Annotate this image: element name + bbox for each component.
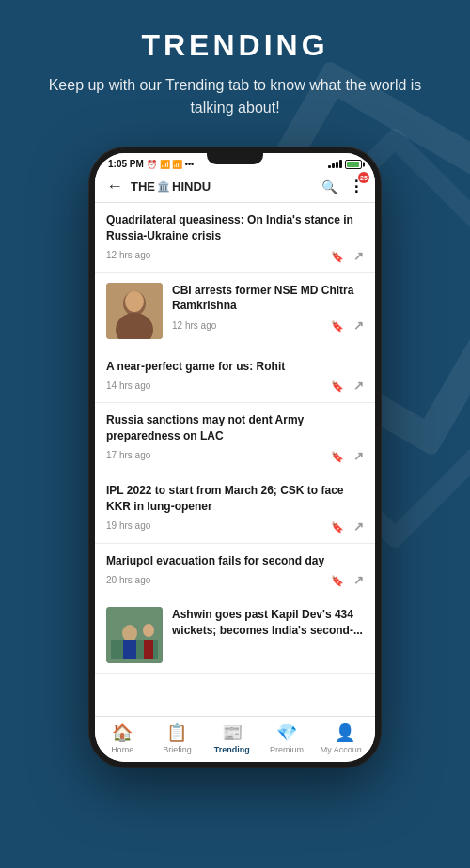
badge-count: 25: [358, 172, 369, 183]
bookmark-icon-2[interactable]: [331, 318, 344, 333]
bookmark-icon-4[interactable]: [331, 448, 344, 463]
news-actions-3: [331, 378, 364, 393]
news-meta-6: 20 hrs ago: [106, 572, 364, 587]
news-actions-5: [331, 519, 364, 534]
bookmark-icon-5[interactable]: [331, 519, 344, 534]
nav-label-trending: Trending: [214, 745, 250, 754]
premium-icon: 💎: [276, 722, 297, 743]
news-actions-4: [331, 448, 364, 463]
nav-label-briefing: Briefing: [163, 745, 192, 754]
phone-body: 1:05 PM ⏰ 📶 📶 •••: [89, 147, 381, 767]
headline-5: IPL 2022 to start from March 26; CSK to …: [106, 483, 364, 515]
phone-notch: [207, 153, 263, 164]
headline-6: Mariupol evacuation fails for second day: [106, 553, 364, 569]
nav-item-home[interactable]: 🏠 Home: [102, 722, 144, 754]
search-icon[interactable]: [321, 178, 337, 195]
news-item-1[interactable]: Quadrilateral queasiness: On India's sta…: [95, 203, 375, 273]
bookmark-icon-3[interactable]: [331, 378, 344, 393]
news-content-7: Ashwin goes past Kapil Dev's 434 wickets…: [172, 607, 364, 643]
logo-emblem: 🏛️: [157, 180, 170, 193]
news-actions-6: [331, 572, 364, 587]
news-feed[interactable]: Quadrilateral queasiness: On India's sta…: [95, 203, 375, 716]
news-meta-4: 17 hrs ago: [106, 448, 364, 463]
nav-item-myaccount[interactable]: 👤 My Accoun...: [321, 722, 369, 754]
share-icon-6[interactable]: [353, 572, 364, 587]
news-actions-1: [331, 248, 364, 263]
news-time-2: 12 hrs ago: [172, 320, 216, 331]
headline-7: Ashwin goes past Kapil Dev's 434 wickets…: [172, 607, 364, 639]
status-time: 1:05 PM: [108, 159, 144, 169]
app-header: ← THE 🏛️ HINDU 25: [95, 171, 375, 203]
news-meta-2: 12 hrs ago: [172, 318, 364, 333]
page-container: TRENDING Keep up with our Trending tab t…: [0, 0, 470, 868]
status-left: 1:05 PM ⏰ 📶 📶 •••: [108, 159, 194, 169]
nav-item-briefing[interactable]: 📋 Briefing: [156, 722, 198, 754]
news-time-1: 12 hrs ago: [106, 250, 150, 260]
signal-bars: [328, 160, 342, 168]
share-icon-5[interactable]: [353, 519, 364, 534]
news-actions-2: [331, 318, 364, 333]
news-time-3: 14 hrs ago: [106, 380, 150, 391]
news-meta-5: 19 hrs ago: [106, 519, 364, 534]
news-meta-3: 14 hrs ago: [106, 378, 364, 393]
news-item-2[interactable]: CBI arrests former NSE MD Chitra Ramkris…: [95, 273, 375, 349]
svg-point-8: [143, 624, 154, 637]
bookmark-icon-6[interactable]: [331, 572, 344, 587]
news-item-row-2: CBI arrests former NSE MD Chitra Ramkris…: [106, 283, 364, 339]
svg-point-3: [125, 291, 144, 312]
battery-fill: [347, 162, 359, 167]
battery-icon: [345, 160, 362, 169]
page-subtitle: Keep up with our Trending tab to know wh…: [28, 74, 442, 119]
logo-hindu-text: HINDU: [172, 179, 211, 194]
news-meta-1: 12 hrs ago: [106, 248, 364, 263]
headline-2: CBI arrests former NSE MD Chitra Ramkris…: [172, 283, 364, 315]
share-icon-1[interactable]: [353, 248, 364, 263]
status-right: [328, 160, 362, 169]
share-icon-2[interactable]: [353, 318, 364, 333]
headline-4: Russia sanctions may not dent Army prepa…: [106, 412, 364, 444]
share-icon-3[interactable]: [353, 378, 364, 393]
home-icon: 🏠: [112, 722, 133, 743]
nav-item-premium[interactable]: 💎 Premium: [265, 722, 307, 754]
share-icon-4[interactable]: [353, 448, 364, 463]
header-section: TRENDING Keep up with our Trending tab t…: [0, 0, 470, 138]
phone-mockup: 1:05 PM ⏰ 📶 📶 •••: [89, 147, 381, 767]
notification-badge[interactable]: 25: [349, 178, 364, 195]
nav-label-premium: Premium: [270, 745, 304, 754]
svg-rect-7: [123, 640, 136, 659]
news-item-6[interactable]: Mariupol evacuation fails for second day…: [95, 544, 375, 598]
news-thumbnail-7: [106, 607, 163, 663]
news-item-row-7: Ashwin goes past Kapil Dev's 434 wickets…: [106, 607, 364, 663]
briefing-icon: 📋: [166, 722, 187, 743]
news-item-4[interactable]: Russia sanctions may not dent Army prepa…: [95, 403, 375, 473]
nav-item-trending[interactable]: 📰 Trending: [211, 722, 253, 754]
news-time-6: 20 hrs ago: [106, 575, 150, 585]
news-content-2: CBI arrests former NSE MD Chitra Ramkris…: [172, 283, 364, 333]
svg-rect-9: [144, 640, 153, 659]
back-button[interactable]: ←: [106, 177, 123, 196]
signal-bar-2: [332, 163, 335, 168]
news-item-3[interactable]: A near-perfect game for us: Rohit 14 hrs…: [95, 349, 375, 404]
logo-the-text: THE: [131, 179, 155, 194]
signal-bar-1: [328, 165, 331, 168]
news-time-5: 19 hrs ago: [106, 520, 150, 531]
signal-bar-3: [336, 162, 338, 168]
news-thumbnail-2: [106, 283, 163, 339]
svg-point-6: [122, 625, 137, 642]
headline-1: Quadrilateral queasiness: On India's sta…: [106, 212, 364, 244]
header-icons: 25: [321, 178, 364, 195]
phone-screen: 1:05 PM ⏰ 📶 📶 •••: [95, 153, 375, 762]
news-time-4: 17 hrs ago: [106, 450, 150, 460]
news-item-7[interactable]: Ashwin goes past Kapil Dev's 434 wickets…: [95, 597, 375, 674]
alarm-icon: ⏰: [147, 160, 157, 169]
trending-icon: 📰: [222, 722, 243, 743]
bottom-nav: 🏠 Home 📋 Briefing 📰 Trending 💎 Premium: [95, 716, 375, 762]
bookmark-icon-1[interactable]: [331, 248, 344, 263]
page-title: TRENDING: [28, 28, 442, 63]
signal-bar-4: [339, 160, 342, 168]
app-logo: THE 🏛️ HINDU: [131, 179, 314, 194]
news-item-5[interactable]: IPL 2022 to start from March 26; CSK to …: [95, 473, 375, 544]
myaccount-icon: 👤: [335, 722, 355, 743]
nav-label-myaccount: My Accoun...: [321, 745, 369, 754]
nav-label-home: Home: [111, 745, 133, 754]
